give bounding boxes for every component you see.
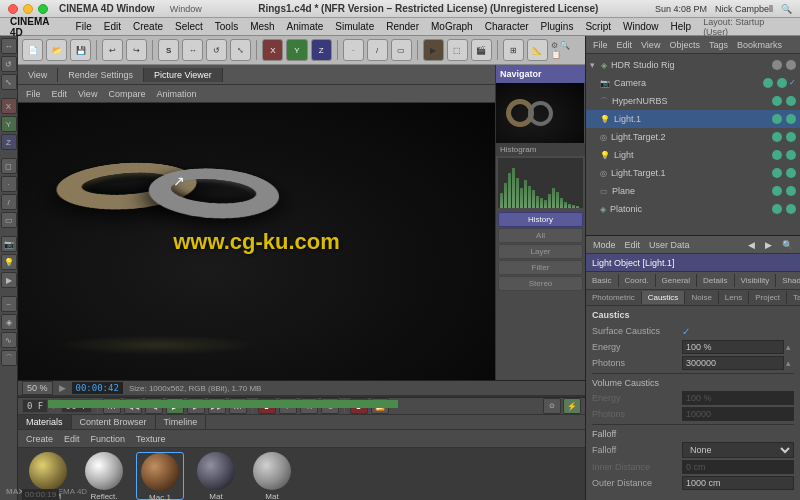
tool-x[interactable]: X bbox=[1, 98, 17, 114]
attr-mode[interactable]: Mode bbox=[590, 240, 619, 250]
hdr-vis-dot[interactable] bbox=[772, 60, 782, 70]
attr-tab-coord[interactable]: Coord. bbox=[619, 274, 656, 287]
snap-btn[interactable]: ⊙ bbox=[543, 398, 561, 414]
close-button[interactable] bbox=[8, 4, 18, 14]
attr-search[interactable]: 🔍 bbox=[779, 240, 796, 250]
menu-mograph[interactable]: MoGraph bbox=[425, 21, 479, 32]
menu-script[interactable]: Script bbox=[579, 21, 617, 32]
tool-z[interactable]: Z bbox=[1, 134, 17, 150]
list-item-lighttarget2[interactable]: ◎ Light.Target.2 bbox=[586, 128, 800, 146]
attr-sub-target[interactable]: Target bbox=[787, 291, 800, 304]
mat-function[interactable]: Function bbox=[87, 434, 130, 444]
list-item-hypernurbs[interactable]: ⌒ HyperNURBS bbox=[586, 92, 800, 110]
redo-button[interactable]: ↪ bbox=[126, 39, 147, 61]
rotate-btn[interactable]: ↺ bbox=[206, 39, 227, 61]
attr-tab-basic[interactable]: Basic bbox=[586, 274, 619, 287]
tool-spline[interactable]: ~ bbox=[1, 296, 17, 312]
attr-tab-general[interactable]: General bbox=[656, 274, 697, 287]
hdr-render-dot[interactable] bbox=[786, 60, 796, 70]
tab-picture-viewer[interactable]: Picture Viewer bbox=[144, 68, 223, 82]
menu-mesh[interactable]: Mesh bbox=[244, 21, 280, 32]
tool-rotate[interactable]: ↺ bbox=[1, 56, 17, 72]
lt2-vis-dot[interactable] bbox=[772, 132, 782, 142]
list-item-camera[interactable]: 📷 Camera ✓ bbox=[586, 74, 800, 92]
attr-tab-details[interactable]: Details bbox=[697, 274, 734, 287]
plat-vis-dot[interactable] bbox=[772, 204, 782, 214]
tool-poly[interactable]: ▭ bbox=[1, 212, 17, 228]
obj-edit[interactable]: Edit bbox=[614, 40, 636, 50]
material-mac1[interactable]: Mac.1 bbox=[136, 452, 184, 500]
window-menu-item[interactable]: Window bbox=[170, 4, 202, 14]
maximize-button[interactable] bbox=[38, 4, 48, 14]
save-button[interactable]: 💾 bbox=[70, 39, 91, 61]
hn-vis-dot[interactable] bbox=[772, 96, 782, 106]
menu-animate[interactable]: Animate bbox=[281, 21, 330, 32]
material-reflect[interactable]: Reflect. bbox=[80, 452, 128, 500]
point-mode-btn[interactable]: · bbox=[343, 39, 364, 61]
energy-value[interactable]: 100 % bbox=[682, 340, 784, 354]
timeline-bar-area[interactable] bbox=[18, 397, 585, 398]
pv-compare[interactable]: Compare bbox=[104, 89, 149, 99]
list-item-hdr[interactable]: ▾ ◈ HDR Studio Rig bbox=[586, 56, 800, 74]
render-region-btn[interactable]: ⬚ bbox=[447, 39, 468, 61]
menu-render[interactable]: Render bbox=[380, 21, 425, 32]
minimize-button[interactable] bbox=[23, 4, 33, 14]
attr-sub-project[interactable]: Project bbox=[749, 291, 787, 304]
nav-all-btn[interactable]: All bbox=[498, 228, 583, 243]
photons-up[interactable]: ▴ bbox=[784, 358, 794, 368]
mat-edit[interactable]: Edit bbox=[60, 434, 84, 444]
tab-timeline[interactable]: Timeline bbox=[156, 415, 207, 429]
material-mat1[interactable]: Mat bbox=[192, 452, 240, 500]
nav-layer-btn[interactable]: Layer bbox=[498, 244, 583, 259]
plane-render-dot[interactable] bbox=[786, 186, 796, 196]
nav-history-btn[interactable]: History bbox=[498, 212, 583, 227]
l1-vis-dot[interactable] bbox=[772, 114, 782, 124]
tool-camera[interactable]: 📷 bbox=[1, 236, 17, 252]
tab-materials[interactable]: Materials bbox=[18, 415, 72, 429]
tab-render-settings[interactable]: Render Settings bbox=[58, 68, 144, 82]
menu-edit[interactable]: Edit bbox=[98, 21, 127, 32]
mac-window-controls[interactable]: CINEMA 4D Window Window bbox=[8, 3, 202, 14]
l1-render-dot[interactable] bbox=[786, 114, 796, 124]
pv-file[interactable]: File bbox=[22, 89, 45, 99]
attr-sub-lens[interactable]: Lens bbox=[719, 291, 749, 304]
pv-view[interactable]: View bbox=[74, 89, 101, 99]
tab-content-browser[interactable]: Content Browser bbox=[72, 415, 156, 429]
menu-help[interactable]: Help bbox=[665, 21, 698, 32]
tool-y[interactable]: Y bbox=[1, 116, 17, 132]
l-render-dot[interactable] bbox=[786, 150, 796, 160]
cam-render-dot[interactable] bbox=[777, 78, 787, 88]
move-btn[interactable]: ↔ bbox=[182, 39, 203, 61]
menu-file[interactable]: File bbox=[70, 21, 98, 32]
attr-edit[interactable]: Edit bbox=[622, 240, 644, 250]
render-btn[interactable]: ▶ bbox=[423, 39, 444, 61]
new-button[interactable]: 📄 bbox=[22, 39, 43, 61]
surface-caustics-check[interactable]: ✓ bbox=[682, 326, 690, 337]
list-item-light[interactable]: 💡 Light bbox=[586, 146, 800, 164]
hn-render-dot[interactable] bbox=[786, 96, 796, 106]
menu-window[interactable]: Window bbox=[617, 21, 665, 32]
undo-button[interactable]: ↩ bbox=[102, 39, 123, 61]
list-item-light1[interactable]: 💡 Light.1 bbox=[586, 110, 800, 128]
lt1-vis-dot[interactable] bbox=[772, 168, 782, 178]
mat-texture[interactable]: Texture bbox=[132, 434, 170, 444]
tool-obj[interactable]: ◻ bbox=[1, 158, 17, 174]
pv-animation[interactable]: Animation bbox=[152, 89, 200, 99]
cam-vis-dot[interactable] bbox=[763, 78, 773, 88]
edge-mode-btn[interactable]: / bbox=[367, 39, 388, 61]
open-button[interactable]: 📂 bbox=[46, 39, 67, 61]
falloff-select[interactable]: None Linear Step bbox=[682, 442, 794, 458]
l-vis-dot[interactable] bbox=[772, 150, 782, 160]
list-item-platonic[interactable]: ◈ Platonic bbox=[586, 200, 800, 218]
list-item-plane[interactable]: ▭ Plane bbox=[586, 182, 800, 200]
tool-move[interactable]: ↔ bbox=[1, 38, 17, 54]
attr-tab-visibility[interactable]: Visibility bbox=[735, 274, 777, 287]
nav-filter-btn[interactable]: Filter bbox=[498, 260, 583, 275]
z-axis-btn[interactable]: Z bbox=[311, 39, 332, 61]
lt2-render-dot[interactable] bbox=[786, 132, 796, 142]
plane-vis-dot[interactable] bbox=[772, 186, 782, 196]
coord-btn[interactable]: 📐 bbox=[527, 39, 548, 61]
pv-edit[interactable]: Edit bbox=[48, 89, 72, 99]
x-axis-btn[interactable]: X bbox=[262, 39, 283, 61]
outer-dist-value[interactable]: 1000 cm bbox=[682, 476, 794, 490]
